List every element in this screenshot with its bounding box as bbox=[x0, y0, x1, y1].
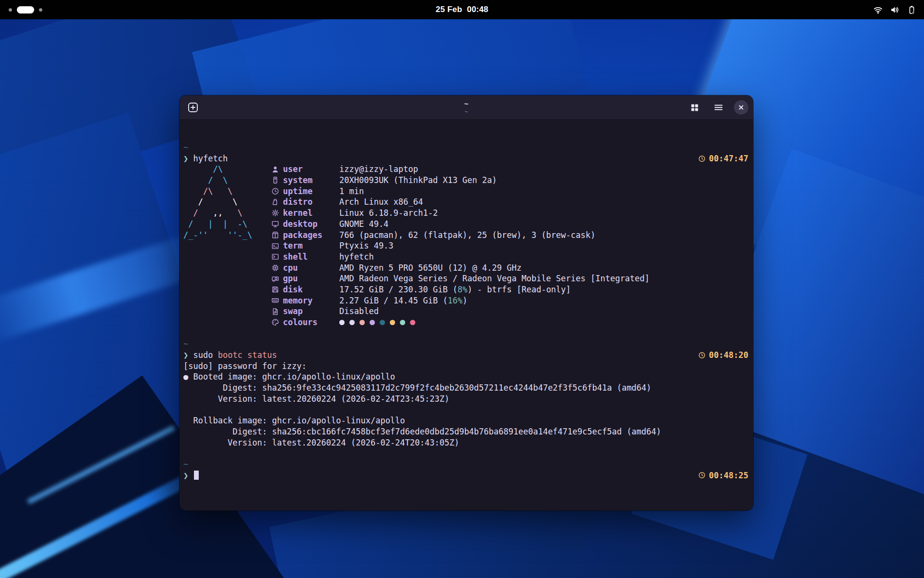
hyfetch-label: colours bbox=[283, 317, 339, 328]
hyfetch-label: cpu bbox=[283, 263, 339, 274]
gpu-icon bbox=[271, 275, 283, 283]
hyfetch-row-swap: swapDisabled bbox=[183, 306, 748, 317]
workspace-indicator[interactable] bbox=[0, 0, 42, 19]
bootc-output-line: ● Booted image: ghcr.io/apollo-linux/apo… bbox=[183, 371, 748, 382]
disk-icon bbox=[271, 286, 283, 293]
distro-icon bbox=[271, 198, 283, 206]
clock-icon bbox=[698, 155, 706, 162]
hyfetch-label: gpu bbox=[283, 273, 339, 284]
hyfetch-row-packages: /_-'' ''-_\packages766 (pacman), 62 (fla… bbox=[183, 230, 748, 241]
bootc-output-line: Rollback image: ghcr.io/apollo-linux/apo… bbox=[183, 415, 748, 426]
memory-icon bbox=[271, 297, 283, 304]
hyfetch-value: GNOME 49.4 bbox=[339, 219, 388, 230]
ascii-art-row: /\ bbox=[183, 164, 271, 175]
clock-icon bbox=[698, 352, 706, 359]
ascii-art-row: / \ bbox=[183, 197, 271, 208]
volume-icon bbox=[890, 5, 899, 14]
clock-time: 00:48 bbox=[467, 5, 488, 14]
battery-charging-icon bbox=[907, 5, 916, 14]
tab-overview-button[interactable] bbox=[686, 99, 703, 116]
prompt-line: ❯ hyfetch00:47:47 bbox=[183, 153, 748, 164]
hyfetch-label: distro bbox=[283, 197, 339, 208]
terminal-window: ~ ~ ~❯ hyfetch00:47:47 /\userizzy@izzy-l… bbox=[180, 95, 753, 511]
colour-dot bbox=[339, 320, 345, 325]
bootc-output-line: [sudo] password for izzy: bbox=[183, 361, 748, 372]
hyfetch-label: memory bbox=[283, 295, 339, 306]
hyfetch-label: shell bbox=[283, 251, 339, 263]
hyfetch-row-kernel: / ,, \kernelLinux 6.18.9-arch1-2 bbox=[183, 208, 748, 219]
menu-button[interactable] bbox=[710, 99, 727, 116]
hyfetch-label: system bbox=[283, 175, 339, 186]
system-status-area[interactable] bbox=[873, 0, 924, 19]
command-timestamp: 00:47:47 bbox=[698, 153, 748, 164]
hyfetch-value bbox=[339, 320, 420, 325]
hyfetch-value: Ptyxis 49.3 bbox=[339, 240, 394, 251]
shell-icon bbox=[271, 253, 283, 261]
user-icon bbox=[271, 166, 283, 173]
hyfetch-label: packages bbox=[283, 230, 339, 241]
workspace-pill-active[interactable] bbox=[17, 6, 34, 13]
prompt-symbol: ❯ bbox=[183, 350, 193, 360]
tab-overview-icon bbox=[690, 103, 700, 113]
workspace-dot[interactable] bbox=[39, 8, 42, 12]
colour-dot bbox=[349, 320, 355, 325]
colour-dot bbox=[410, 320, 415, 325]
wifi-icon bbox=[873, 5, 883, 14]
hyfetch-row-disk: disk17.52 GiB / 230.30 GiB (8%) - btrfs … bbox=[183, 284, 748, 295]
colour-dot bbox=[359, 320, 365, 325]
hyfetch-row-distro: / \distroArch Linux x86_64 bbox=[183, 197, 748, 208]
top-bar: 25 Feb 00:48 bbox=[0, 0, 924, 19]
swap-icon bbox=[271, 308, 283, 315]
hyfetch-value: 2.27 GiB / 14.45 GiB (16%) bbox=[339, 295, 467, 306]
bootc-output-line: Version: latest.20260224 (2026-02-24T23:… bbox=[183, 394, 748, 405]
prompt-path: ~ bbox=[183, 142, 748, 153]
hyfetch-row-gpu: gpuAMD Radeon Vega Series / Radeon Vega … bbox=[183, 273, 748, 284]
prompt-symbol: ❯ bbox=[183, 154, 193, 163]
clock-date: 25 Feb bbox=[436, 5, 462, 14]
terminal-content[interactable]: ~❯ hyfetch00:47:47 /\userizzy@izzy-lapto… bbox=[180, 120, 753, 481]
hyfetch-value: 17.52 GiB / 230.30 GiB (8%) - btrfs [Rea… bbox=[339, 284, 571, 295]
hyfetch-value: AMD Radeon Vega Series / Radeon Vega Mob… bbox=[339, 273, 650, 284]
workspace-dot[interactable] bbox=[9, 8, 12, 12]
hyfetch-row-memory: memory2.27 GiB / 14.45 GiB (16%) bbox=[183, 295, 748, 306]
cpu-icon bbox=[271, 264, 283, 272]
system-icon bbox=[271, 176, 283, 184]
hyfetch-row-user: /\userizzy@izzy-laptop bbox=[183, 164, 748, 175]
hyfetch-row-term: termPtyxis 49.3 bbox=[183, 240, 748, 251]
bootc-output-line: Digest: sha256:cbc166fc7458bcf3ef7d6ede0… bbox=[183, 426, 748, 437]
close-button[interactable] bbox=[734, 100, 748, 115]
prompt-path: ~ bbox=[183, 339, 748, 350]
terminal-blank-line bbox=[183, 328, 748, 339]
clock[interactable]: 25 Feb 00:48 bbox=[436, 0, 488, 19]
hyfetch-value: Arch Linux x86_64 bbox=[339, 197, 423, 208]
new-tab-button[interactable] bbox=[184, 99, 202, 116]
hyfetch-label: term bbox=[283, 240, 339, 251]
window-title-group: ~ ~ bbox=[464, 100, 469, 115]
terminal-headerbar[interactable]: ~ ~ bbox=[180, 95, 753, 120]
hyfetch-label: user bbox=[283, 164, 339, 175]
hyfetch-label: disk bbox=[283, 284, 339, 295]
close-icon bbox=[738, 104, 744, 111]
term-icon bbox=[271, 242, 283, 250]
ascii-art-row: /_-'' ''-_\ bbox=[183, 230, 271, 241]
hyfetch-row-desktop: / | | -\desktopGNOME 49.4 bbox=[183, 219, 748, 230]
desktop-icon bbox=[271, 220, 283, 228]
hyfetch-value: 766 (pacman), 62 (flatpak), 25 (brew), 3… bbox=[339, 230, 595, 241]
window-title: ~ bbox=[464, 100, 469, 108]
prompt-symbol: ❯ bbox=[183, 471, 193, 480]
ascii-art-row: / ,, \ bbox=[183, 208, 271, 219]
prompt-path: ~ bbox=[183, 459, 748, 470]
colour-dot bbox=[370, 320, 375, 325]
command-timestamp: 00:48:20 bbox=[698, 350, 748, 361]
hyfetch-value: Disabled bbox=[339, 306, 379, 317]
hyfetch-row-system: / \system20XH0093UK (ThinkPad X13 Gen 2a… bbox=[183, 175, 748, 186]
hyfetch-row-colours: colours bbox=[183, 317, 748, 328]
hyfetch-label: kernel bbox=[283, 208, 339, 219]
hyfetch-value: 20XH0093UK (ThinkPad X13 Gen 2a) bbox=[339, 175, 497, 186]
kernel-icon bbox=[271, 209, 283, 217]
new-tab-icon bbox=[187, 102, 199, 113]
hyfetch-row-shell: shellhyfetch bbox=[183, 251, 748, 263]
hyfetch-value: hyfetch bbox=[339, 251, 374, 263]
packages-icon bbox=[271, 231, 283, 239]
ascii-art-row: / \ bbox=[183, 175, 271, 186]
